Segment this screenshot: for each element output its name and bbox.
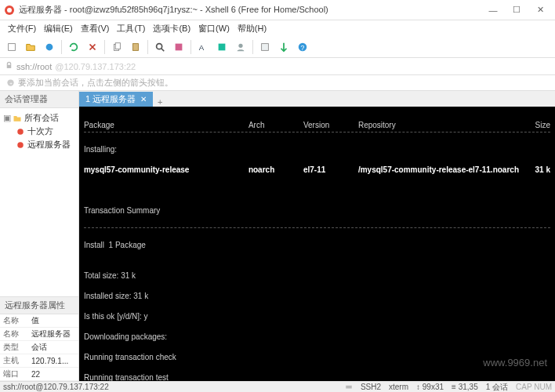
svg-text:+: + [9, 80, 13, 85]
table-header: 名称值 [0, 314, 78, 328]
table-row: 名称远程服务器 [0, 328, 78, 341]
svg-point-3 [46, 43, 53, 50]
status-bar: ssh://root@120.79.137.173:22 SSH2 xterm … [0, 381, 555, 392]
properties-icon[interactable] [170, 38, 187, 56]
user-icon[interactable] [232, 38, 249, 56]
svg-rect-11 [219, 43, 226, 50]
address-bar: ssh://root @120.79.137.173:22 [0, 58, 555, 75]
svg-rect-21 [346, 385, 352, 388]
table-row: 类型会话 [0, 341, 78, 354]
addr-suffix[interactable]: @120.79.137.173:22 [55, 62, 136, 71]
svg-text:?: ? [300, 43, 304, 51]
svg-point-7 [157, 43, 162, 49]
status-pos: ≡ 31,35 [452, 383, 478, 391]
properties-table: 名称值 名称远程服务器 类型会话 主机120.79.1... 端口22 [0, 314, 78, 381]
session-tree: ▣所有会话 十次方 远程服务器 [0, 108, 78, 296]
menu-tabs[interactable]: 选项卡(B) [150, 22, 194, 35]
copy-icon[interactable] [108, 38, 125, 56]
svg-point-1 [7, 8, 12, 13]
status-term: xterm [389, 383, 408, 391]
svg-point-12 [238, 43, 242, 47]
toolbar: A ? [0, 36, 555, 58]
lock-icon [5, 61, 13, 71]
svg-rect-13 [262, 43, 269, 50]
menu-help[interactable]: 帮助(H) [234, 22, 270, 35]
status-conn: ssh://root@120.79.137.173:22 [3, 383, 109, 391]
tab-label: 1 远程服务器 [85, 93, 136, 105]
app-icon [3, 4, 16, 16]
tree-item-remote[interactable]: 远程服务器 [2, 138, 77, 151]
table-row: 端口22 [0, 368, 78, 381]
reconnect-icon[interactable] [65, 38, 82, 56]
disconnect-icon[interactable] [84, 38, 101, 56]
maximize-button[interactable]: ☐ [505, 2, 528, 18]
open-icon[interactable] [22, 38, 39, 56]
connect-icon[interactable] [41, 38, 58, 56]
status-sessions: 1 会话 [486, 382, 508, 393]
properties-title: 远程服务器属性 [0, 297, 78, 314]
content-area: 1 远程服务器 ✕ + PackageArchVersionRepository… [79, 91, 555, 381]
menu-edit[interactable]: 编辑(E) [41, 22, 76, 35]
find-icon[interactable] [151, 38, 169, 56]
properties-panel: 远程服务器属性 名称值 名称远程服务器 类型会话 主机120.79.1... 端… [0, 296, 78, 381]
paste-icon[interactable] [127, 38, 144, 56]
menu-window[interactable]: 窗口(W) [195, 22, 233, 35]
table-row: 主机120.79.1... [0, 354, 78, 368]
transfer-icon[interactable] [275, 38, 292, 56]
font-icon[interactable]: A [194, 38, 212, 56]
menu-view[interactable]: 查看(V) [78, 22, 113, 35]
status-size: ↕ 99x31 [416, 383, 444, 391]
svg-rect-9 [176, 43, 183, 50]
status-ssh: SSH2 [361, 383, 381, 391]
tab-add-icon[interactable]: + [153, 97, 167, 107]
tree-all-sessions[interactable]: ▣所有会话 [2, 111, 77, 125]
svg-text:A: A [199, 42, 205, 51]
title-bar: 远程服务器 - root@izwz9fu52f85h96q7j1rysz:~ -… [0, 0, 555, 20]
status-caps: CAP NUM [516, 383, 552, 391]
svg-rect-6 [133, 43, 139, 50]
svg-rect-2 [9, 43, 16, 50]
svg-line-8 [161, 48, 165, 51]
hint-bar: + 要添加当前会话，点击左侧的箭头按钮。 [0, 75, 555, 91]
svg-point-20 [17, 142, 24, 148]
tab-close-icon[interactable]: ✕ [140, 95, 147, 103]
ssh-icon [345, 383, 353, 392]
menu-bar: 文件(F) 编辑(E) 查看(V) 工具(T) 选项卡(B) 窗口(W) 帮助(… [0, 20, 555, 36]
svg-rect-16 [7, 65, 12, 68]
tree-item-shicifang[interactable]: 十次方 [2, 125, 77, 138]
script-icon[interactable] [256, 38, 274, 56]
hint-text: 要添加当前会话，点击左侧的箭头按钮。 [18, 77, 173, 89]
sidebar: 会话管理器 ▣所有会话 十次方 远程服务器 远程服务器属性 名称值 名称远程服务… [0, 91, 79, 381]
tab-remote-server[interactable]: 1 远程服务器 ✕ [79, 92, 153, 107]
new-session-icon[interactable] [3, 38, 20, 56]
close-button[interactable]: ✕ [528, 2, 552, 18]
addr-prefix: ssh://root [16, 62, 52, 71]
minimize-button[interactable]: — [481, 2, 505, 18]
menu-tools[interactable]: 工具(T) [114, 22, 148, 35]
session-manager-title: 会话管理器 [0, 91, 78, 108]
help-icon[interactable]: ? [294, 38, 311, 56]
menu-file[interactable]: 文件(F) [5, 22, 39, 35]
color-icon[interactable] [213, 38, 230, 56]
terminal[interactable]: PackageArchVersionRepositorySize Install… [79, 107, 555, 381]
svg-point-19 [17, 129, 24, 135]
tab-bar: 1 远程服务器 ✕ + [79, 91, 555, 107]
window-title: 远程服务器 - root@izwz9fu52f85h96q7j1rysz:~ -… [19, 4, 481, 16]
svg-rect-5 [115, 42, 120, 49]
